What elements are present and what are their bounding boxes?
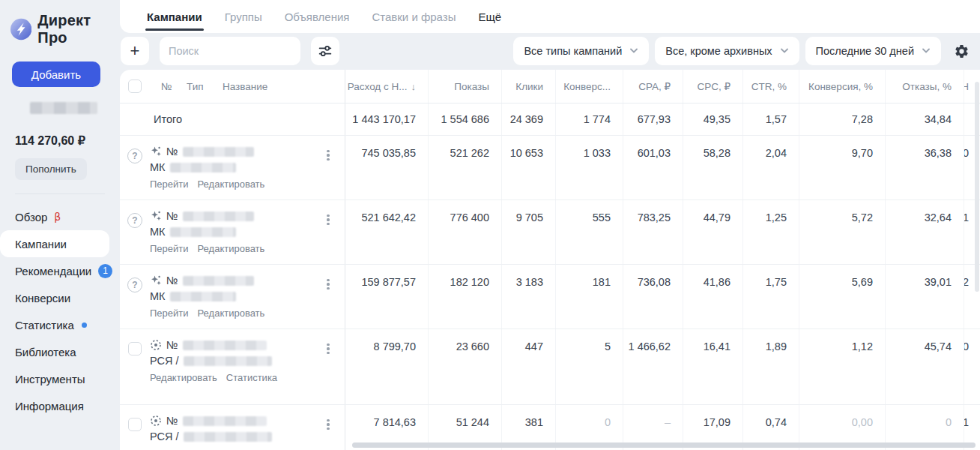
sidebar-item-information[interactable]: Информация [0,392,120,419]
row-menu-button[interactable] [322,341,334,356]
add-button[interactable]: Добавить [12,62,100,87]
col-conversions[interactable]: Конверс... [555,70,623,103]
edit-link[interactable]: Редактировать [150,372,217,383]
totals-row: Итого 1 443 170,17 1 554 686 24 369 1 77… [120,104,980,136]
top-tabs: Кампании Группы Объявления Ставки и фраз… [120,0,980,33]
sidebar-item-tools[interactable]: Инструменты [0,365,120,392]
metric-cell: 34,84 [885,104,964,135]
campaigns-table: № Тип Название Расход с Н... ↓ Показы Кл… [120,70,980,450]
metric-cell: 521 262 [428,136,501,200]
sidebar-item-label: Статистика [15,319,74,332]
redacted-campaign-name [170,292,236,302]
col-cpa[interactable]: CPA, ₽ [623,70,683,103]
vertical-scrollbar[interactable] [975,82,979,292]
metric-cell: 783,25 [623,200,683,264]
col-cost[interactable]: Расход с Н... ↓ [345,70,428,103]
col-type[interactable]: Тип [187,81,223,92]
col-ctr[interactable]: CTR, % [742,70,799,103]
active-tab-underline [145,28,204,31]
sidebar-item-statistics[interactable]: Статистика [0,311,120,338]
metric-cell: 601,03 [623,136,683,200]
redacted-campaign-name [184,356,272,366]
col-label: Отказы, % [902,81,952,92]
archive-filter[interactable]: Все, кроме архивных [655,37,799,65]
help-icon[interactable]: ? [127,278,142,292]
metric-cell: 745 035,85 [345,136,428,200]
metric-cell: 23 660 [428,329,501,404]
totals-label: Итого [154,113,182,125]
topup-button[interactable]: Пополнить [15,158,87,180]
row-menu-button[interactable] [322,148,334,163]
direct-pro-logo-icon [10,18,31,40]
table-settings-button[interactable] [952,37,971,65]
campaign-type-label: РСЯ / [150,355,179,367]
search-box [160,37,300,65]
filter-label: Последние 30 дней [816,45,914,57]
sidebar-item-label: Кампании [15,238,67,250]
tab-groups[interactable]: Группы [225,0,262,33]
row-menu-button[interactable] [322,212,334,227]
col-clicks[interactable]: Клики [501,70,555,103]
account-balance: 114 270,60 ₽ [15,134,120,148]
metric-cell: 44,79 [683,200,742,264]
date-range-filter[interactable]: Последние 30 дней [805,37,941,65]
metric-cell: 7,28 [799,104,885,135]
help-icon[interactable]: ? [127,148,142,164]
sidebar-item-recommendations[interactable]: Рекомендации 1 [0,257,120,284]
metric-cell: 24 369 [501,104,555,135]
col-cpc[interactable]: CPC, ₽ [683,70,742,103]
table-row: ? № МК [120,200,980,265]
row-menu-button[interactable] [322,277,334,292]
sidebar-item-conversions[interactable]: Конверсии [0,284,120,311]
metric-cell: 181 [555,265,623,328]
sidebar-item-library[interactable]: Библиотека [0,338,120,365]
metric-cell: 1 774 [555,104,623,135]
metric-cell: 32,64 [885,200,964,264]
metric-cell: 159 877,57 [345,265,428,328]
sidebar-item-label: Библиотека [15,346,76,358]
tab-label: Ещё [478,10,501,23]
app-logo[interactable]: Директ Про [0,0,120,46]
sidebar-item-campaigns[interactable]: Кампании [0,230,109,257]
select-all-checkbox[interactable] [128,80,142,93]
filter-button[interactable] [311,37,339,65]
go-to-link[interactable]: Перейти [150,308,189,319]
campaign-wizard-icon [150,210,162,222]
metric-cell: 1 466,62 [623,329,683,404]
col-bounce-rate[interactable]: Отказы, % [885,70,964,103]
campaign-type-filter[interactable]: Все типы кампаний [513,37,649,65]
metric-cell: 45,74 [885,329,964,404]
edit-link[interactable]: Редактировать [198,178,265,190]
search-input[interactable] [169,45,291,57]
row-checkbox[interactable] [128,418,142,431]
row-checkbox[interactable] [128,342,142,356]
col-impressions[interactable]: Показы [428,70,501,103]
col-label: Конверс... [563,81,611,92]
sidebar-menu: Обзор β Кампании Рекомендации 1 Конверси… [0,203,120,419]
statistics-link[interactable]: Статистика [226,372,277,383]
go-to-link[interactable]: Перейти [150,243,189,254]
go-to-link[interactable]: Перейти [150,178,189,190]
horizontal-scrollbar[interactable] [352,442,976,448]
tab-ads[interactable]: Объявления [285,0,350,33]
edit-link[interactable]: Редактировать [198,243,265,254]
col-label: Конверсия, % [808,81,873,92]
sidebar-item-overview[interactable]: Обзор β [0,203,120,230]
edit-link[interactable]: Редактировать [198,308,265,319]
metric-cell: 1,25 [742,200,799,264]
tab-bids-phrases[interactable]: Ставки и фразы [372,0,456,33]
col-name[interactable]: Название [223,81,345,92]
metric-cell: 9 705 [501,200,555,264]
campaign-number: № [166,339,178,351]
beta-badge: β [54,211,61,223]
tab-more[interactable]: Ещё [478,0,501,33]
help-icon[interactable]: ? [127,213,142,228]
metric-cell: 182 120 [428,265,501,328]
add-campaign-button[interactable]: + [121,37,149,65]
row-menu-button[interactable] [322,417,334,432]
sidebar-item-label: Информация [15,400,84,412]
col-conversion-rate[interactable]: Конверсия, % [799,70,885,103]
metric-cell: 5 [555,329,623,404]
col-number[interactable]: № [161,81,187,92]
tab-campaigns[interactable]: Кампании [147,0,202,33]
